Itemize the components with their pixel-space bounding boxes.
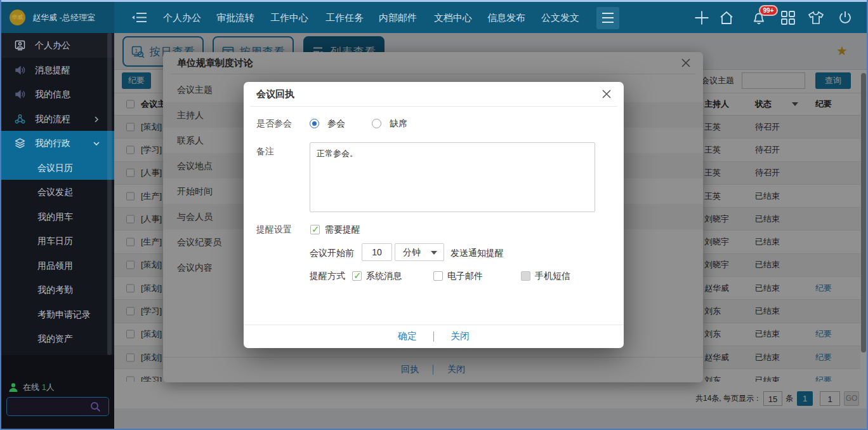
sidebar-item-我的流程[interactable]: 我的流程: [1, 107, 114, 131]
layers-icon: [15, 138, 25, 149]
ok-button[interactable]: 确定: [398, 330, 417, 342]
attend-yes-label[interactable]: 参会: [327, 118, 345, 130]
sidebar-item-用品领用[interactable]: 用品领用: [1, 253, 114, 278]
receipt-dialog-close-icon[interactable]: [602, 89, 612, 99]
sidebar-item-label: 我的流程: [35, 107, 70, 131]
top-nav-item-4[interactable]: 工作任务: [326, 2, 364, 33]
sidebar-item-label: 我的信息: [35, 82, 70, 107]
sidebar-item-会议发起[interactable]: 会议发起: [1, 180, 114, 205]
avatar[interactable]: 华威: [10, 10, 25, 25]
sidebar-item-label: 消息提醒: [35, 58, 70, 83]
notification-badge: 99+: [759, 5, 778, 16]
online-label: 在线 1人: [23, 382, 55, 393]
chevron-down-icon: [93, 139, 100, 147]
sidebar-item-我的信息[interactable]: 我的信息: [1, 82, 114, 107]
top-nav-item-6[interactable]: 文档中心: [434, 2, 472, 33]
attend-yes-radio[interactable]: [310, 119, 319, 128]
plus-icon[interactable]: [694, 2, 709, 33]
user-segment[interactable]: 华威 赵华威 -总经理室: [1, 2, 114, 33]
button-separator: [433, 332, 434, 342]
after-label: 发送通知提醒: [450, 248, 504, 259]
remind-settings-label: 提醒设置: [256, 224, 292, 236]
search-icon: [90, 401, 101, 412]
tshirt-icon[interactable]: [808, 2, 823, 33]
sidebar: 个人办公消息提醒我的信息我的流程我的行政会议日历会议发起我的用车用车日历用品领用…: [1, 33, 114, 430]
online-person-icon: [8, 382, 18, 393]
sidebar-item-用车日历[interactable]: 用车日历: [1, 229, 114, 253]
sidebar-item-个人办公[interactable]: 个人办公: [1, 33, 114, 58]
sidebar-item-我的用车[interactable]: 我的用车: [1, 205, 114, 229]
sidebar-item-我的资产[interactable]: 我的资产: [1, 326, 114, 351]
sidebar-bottom: 在线 1人: [1, 355, 114, 430]
chevron-right-icon: [93, 115, 100, 123]
sidebar-collapse-icon[interactable]: [131, 10, 148, 25]
sidebar-item-label: 用车日历: [37, 229, 73, 253]
top-nav-item-8[interactable]: 公文发文: [541, 2, 579, 33]
system-message-label[interactable]: 系统消息: [366, 271, 402, 282]
remark-textarea[interactable]: [310, 142, 595, 212]
online-count: 1: [42, 382, 46, 392]
sidebar-menu: 个人办公消息提醒我的信息我的流程我的行政会议日历会议发起我的用车用车日历用品领用…: [1, 33, 114, 355]
top-nav-item-3[interactable]: 工作中心: [270, 2, 308, 33]
system-message-checkbox[interactable]: [352, 271, 362, 281]
power-icon[interactable]: [838, 2, 852, 33]
receipt-close-button[interactable]: 关闭: [450, 330, 470, 342]
person-badge-icon: [15, 40, 25, 51]
email-checkbox[interactable]: [433, 271, 443, 281]
grid-icon[interactable]: [780, 2, 795, 33]
receipt-dialog-title: 会议回执: [256, 82, 294, 105]
speaker-icon: [15, 65, 25, 76]
sidebar-item-label: 用品领用: [37, 253, 73, 278]
sidebar-item-label: 我的用车: [37, 205, 73, 229]
select-caret-icon: [431, 251, 437, 255]
top-nav-item-2[interactable]: 审批流转: [216, 2, 254, 33]
flow-icon: [15, 114, 25, 124]
receipt-dialog: 会议回执 是否参会 参会 缺席 备注 提醒设置 需要提醒 会议开始前 10 分钟…: [244, 82, 624, 348]
need-remind-label[interactable]: 需要提醒: [325, 224, 360, 236]
attend-no-label[interactable]: 缺席: [390, 118, 407, 130]
email-label[interactable]: 电子邮件: [447, 271, 483, 282]
sidebar-item-消息提醒[interactable]: 消息提醒: [1, 58, 114, 83]
more-menu-icon[interactable]: [596, 7, 619, 29]
sidebar-item-考勤申请记录[interactable]: 考勤申请记录: [1, 302, 114, 327]
top-bar: 华威 赵华威 -总经理室 个人办公审批流转工作中心工作任务内部邮件文档中心信息发…: [1, 2, 867, 33]
speaker-icon: [15, 89, 25, 100]
attend-label: 是否参会: [256, 118, 292, 130]
sidebar-item-label: 个人办公: [35, 33, 70, 58]
time-unit-value: 分钟: [403, 244, 421, 260]
online-status: 在线 1人: [1, 382, 114, 393]
sidebar-item-label: 会议日历: [37, 156, 73, 180]
need-remind-checkbox[interactable]: [310, 225, 320, 234]
top-nav-item-7[interactable]: 信息发布: [487, 2, 525, 33]
sidebar-item-label: 我的考勤: [37, 278, 73, 302]
user-name: 赵华威 -总经理室: [32, 2, 95, 33]
sidebar-item-label: 会议发起: [37, 180, 73, 205]
before-label: 会议开始前: [310, 248, 354, 259]
receipt-dialog-divider: [250, 106, 617, 107]
home-icon[interactable]: [719, 2, 733, 33]
top-nav-item-1[interactable]: 个人办公: [163, 2, 201, 33]
sidebar-item-我的行政[interactable]: 我的行政: [1, 131, 114, 156]
sidebar-item-label: 我的资产: [37, 326, 73, 351]
sidebar-scrollbar[interactable]: [107, 33, 112, 355]
sidebar-search-input[interactable]: [6, 397, 109, 416]
window-frame-top: [0, 0, 868, 2]
top-nav-item-5[interactable]: 内部邮件: [379, 2, 417, 33]
time-unit-select[interactable]: 分钟: [395, 243, 444, 261]
minutes-before-input[interactable]: 10: [362, 243, 392, 261]
sms-label[interactable]: 手机短信: [535, 271, 570, 282]
remind-way-label: 提醒方式: [310, 271, 345, 282]
window-frame-left: [0, 0, 1, 430]
sms-checkbox[interactable]: [521, 271, 530, 281]
sidebar-item-label: 考勤申请记录: [37, 302, 91, 327]
remark-label: 备注: [256, 146, 274, 158]
attend-no-radio[interactable]: [372, 119, 381, 128]
sidebar-item-我的考勤[interactable]: 我的考勤: [1, 278, 114, 302]
sidebar-item-label: 我的行政: [35, 131, 70, 156]
sidebar-item-会议日历[interactable]: 会议日历: [1, 156, 114, 180]
